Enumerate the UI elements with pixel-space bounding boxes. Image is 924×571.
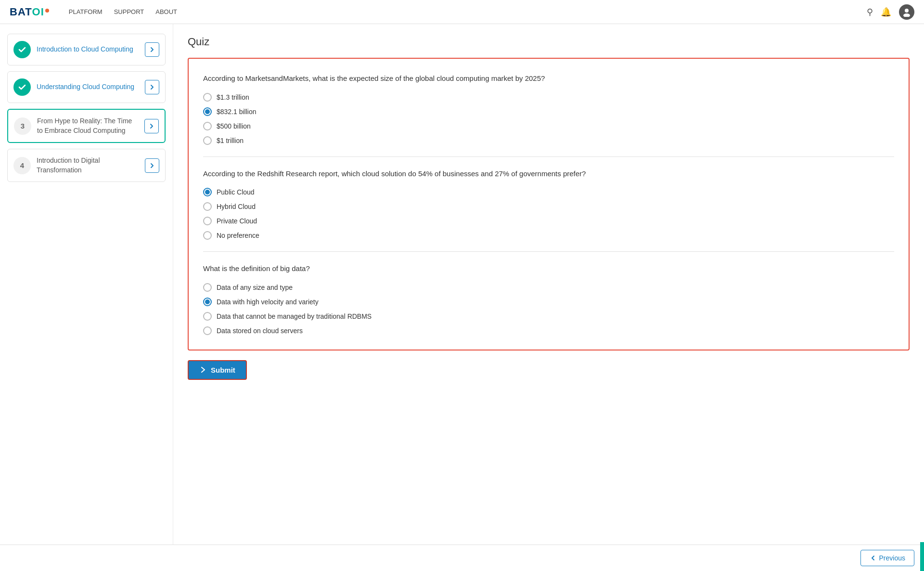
logo: BATOI bbox=[10, 6, 50, 18]
sidebar-arrow-1[interactable] bbox=[145, 42, 159, 57]
q2-option-d[interactable]: No preference bbox=[203, 231, 894, 240]
sidebar-arrow-2[interactable] bbox=[145, 80, 159, 94]
q2-option-a[interactable]: Public Cloud bbox=[203, 188, 894, 196]
nav-platform[interactable]: PLATFORM bbox=[69, 8, 103, 15]
sidebar-num-3: 3 bbox=[14, 117, 31, 135]
sidebar-label-1: Introduction to Cloud Computing bbox=[37, 45, 139, 54]
main-content: Quiz According to MarketsandMarkets, wha… bbox=[173, 24, 924, 571]
submit-button[interactable]: Submit bbox=[188, 360, 247, 380]
submit-icon bbox=[199, 366, 207, 374]
q2-radio-a-fill bbox=[205, 190, 210, 195]
question-1-text: According to MarketsandMarkets, what is … bbox=[203, 73, 894, 84]
q2-option-d-label: No preference bbox=[217, 232, 259, 239]
sidebar-label-4: Introduction to Digital Transformation bbox=[37, 156, 139, 175]
q1-option-b-label: $832.1 billion bbox=[217, 108, 257, 116]
q2-radio-a[interactable] bbox=[203, 188, 212, 196]
nav-links: PLATFORM SUPPORT ABOUT bbox=[69, 8, 177, 15]
q3-option-a-label: Data of any size and type bbox=[217, 284, 293, 291]
q1-option-c[interactable]: $500 billion bbox=[203, 122, 894, 130]
previous-button[interactable]: Previous bbox=[860, 550, 914, 566]
q1-option-b[interactable]: $832.1 billion bbox=[203, 107, 894, 116]
logo-accent bbox=[45, 8, 50, 13]
q1-option-a-label: $1.3 trillion bbox=[217, 93, 249, 101]
sidebar: Introduction to Cloud Computing Understa… bbox=[0, 24, 173, 571]
check-icon-2 bbox=[13, 78, 31, 96]
sidebar-item-4[interactable]: 4 Introduction to Digital Transformation bbox=[7, 149, 166, 182]
q1-radio-b-fill bbox=[205, 109, 210, 114]
q3-option-a[interactable]: Data of any size and type bbox=[203, 283, 894, 292]
q2-radio-b[interactable] bbox=[203, 202, 212, 211]
q3-option-b[interactable]: Data with high velocity and variety bbox=[203, 298, 894, 306]
q3-option-b-label: Data with high velocity and variety bbox=[217, 298, 319, 306]
q3-option-c-label: Data that cannot be managed by tradition… bbox=[217, 312, 372, 320]
submit-area: Submit bbox=[188, 360, 910, 380]
q3-radio-a[interactable] bbox=[203, 283, 212, 292]
sidebar-num-4: 4 bbox=[13, 157, 31, 174]
sidebar-label-3: From Hype to Reality: The Time to Embrac… bbox=[37, 117, 139, 135]
question-1: According to MarketsandMarkets, what is … bbox=[203, 73, 894, 145]
q1-radio-d[interactable] bbox=[203, 136, 212, 145]
q2-option-b[interactable]: Hybrid Cloud bbox=[203, 202, 894, 211]
quiz-title: Quiz bbox=[188, 36, 910, 48]
q3-radio-b-fill bbox=[205, 299, 210, 304]
question-1-options: $1.3 trillion $832.1 billion $500 billio… bbox=[203, 93, 894, 145]
nav-about[interactable]: ABOUT bbox=[155, 8, 177, 15]
prev-icon bbox=[870, 555, 876, 561]
q3-radio-c[interactable] bbox=[203, 312, 212, 321]
question-2-text: According to the Redshift Research repor… bbox=[203, 169, 894, 180]
svg-point-2 bbox=[903, 13, 910, 17]
q3-option-d-label: Data stored on cloud servers bbox=[217, 327, 303, 335]
q1-radio-a[interactable] bbox=[203, 93, 212, 102]
q3-radio-d[interactable] bbox=[203, 326, 212, 335]
question-3-options: Data of any size and type Data with high… bbox=[203, 283, 894, 335]
q1-radio-c[interactable] bbox=[203, 122, 212, 130]
bell-icon[interactable]: 🔔 bbox=[881, 7, 891, 17]
q1-option-c-label: $500 billion bbox=[217, 122, 251, 130]
q2-option-c[interactable]: Private Cloud bbox=[203, 217, 894, 225]
q3-option-d[interactable]: Data stored on cloud servers bbox=[203, 326, 894, 335]
navbar: BATOI PLATFORM SUPPORT ABOUT ⚲ 🔔 bbox=[0, 0, 924, 24]
sidebar-item-2[interactable]: Understanding Cloud Computing bbox=[7, 71, 166, 103]
page-layout: Introduction to Cloud Computing Understa… bbox=[0, 24, 924, 571]
q2-option-c-label: Private Cloud bbox=[217, 217, 257, 225]
avatar[interactable] bbox=[899, 4, 914, 20]
sidebar-arrow-4[interactable] bbox=[145, 158, 159, 173]
sidebar-arrow-3[interactable] bbox=[144, 119, 159, 133]
question-2: According to the Redshift Research repor… bbox=[203, 156, 894, 240]
submit-label: Submit bbox=[211, 366, 235, 374]
svg-point-0 bbox=[45, 9, 49, 13]
search-icon[interactable]: ⚲ bbox=[867, 7, 873, 17]
q3-radio-b[interactable] bbox=[203, 298, 212, 306]
sidebar-label-2: Understanding Cloud Computing bbox=[37, 82, 139, 92]
question-3: What is the definition of big data? Data… bbox=[203, 251, 894, 335]
bottom-nav: Previous bbox=[0, 545, 924, 571]
green-bar bbox=[920, 542, 924, 571]
question-2-options: Public Cloud Hybrid Cloud Private Cloud … bbox=[203, 188, 894, 240]
q2-radio-c[interactable] bbox=[203, 217, 212, 225]
check-icon-1 bbox=[13, 41, 31, 58]
nav-right: ⚲ 🔔 bbox=[867, 4, 914, 20]
q2-option-b-label: Hybrid Cloud bbox=[217, 203, 256, 210]
sidebar-item-1[interactable]: Introduction to Cloud Computing bbox=[7, 34, 166, 65]
q1-option-d-label: $1 trillion bbox=[217, 137, 244, 144]
q2-radio-d[interactable] bbox=[203, 231, 212, 240]
q3-option-c[interactable]: Data that cannot be managed by tradition… bbox=[203, 312, 894, 321]
q1-option-d[interactable]: $1 trillion bbox=[203, 136, 894, 145]
q2-option-a-label: Public Cloud bbox=[217, 188, 255, 196]
svg-point-1 bbox=[905, 9, 909, 13]
previous-label: Previous bbox=[879, 554, 905, 562]
quiz-box: According to MarketsandMarkets, what is … bbox=[188, 58, 910, 350]
q1-option-a[interactable]: $1.3 trillion bbox=[203, 93, 894, 102]
sidebar-item-3[interactable]: 3 From Hype to Reality: The Time to Embr… bbox=[7, 109, 166, 143]
q1-radio-b[interactable] bbox=[203, 107, 212, 116]
question-3-text: What is the definition of big data? bbox=[203, 263, 894, 274]
nav-support[interactable]: SUPPORT bbox=[114, 8, 144, 15]
